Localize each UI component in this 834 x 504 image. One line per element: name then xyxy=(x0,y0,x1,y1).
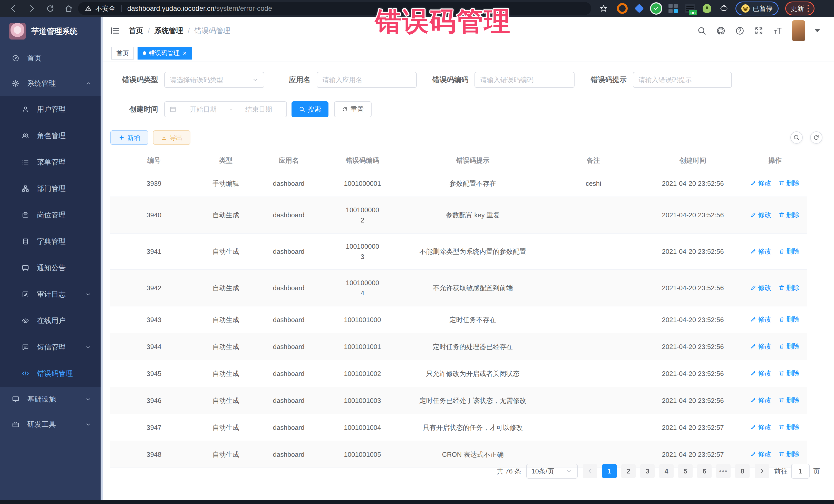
sidebar-item-首页[interactable]: 首页 xyxy=(0,46,101,71)
page-size-select[interactable]: 10条/页 xyxy=(526,464,578,479)
edit-link[interactable]: 修改 xyxy=(750,395,771,405)
edit-link[interactable]: 修改 xyxy=(750,368,771,378)
table-row: 3940自动生成dashboard1001000002参数配置 key 重复20… xyxy=(110,197,807,233)
edit-link[interactable]: 修改 xyxy=(750,283,771,293)
sidebar-scrollbar[interactable] xyxy=(101,17,103,500)
tab-首页[interactable]: 首页 xyxy=(111,47,134,60)
page-button-1[interactable]: 1 xyxy=(602,464,617,478)
extension-icon[interactable] xyxy=(702,3,712,14)
delete-link[interactable]: 删除 xyxy=(778,422,799,432)
page-button-4[interactable]: 4 xyxy=(659,464,674,478)
app-name-input[interactable] xyxy=(317,72,417,88)
edit-link[interactable]: 修改 xyxy=(750,210,771,220)
delete-link[interactable]: 删除 xyxy=(778,449,799,459)
edit-link[interactable]: 修改 xyxy=(750,246,771,256)
cell-type: 自动生成 xyxy=(198,414,254,441)
breadcrumb-item[interactable]: 首页 xyxy=(129,26,143,36)
close-icon[interactable]: × xyxy=(183,50,186,57)
reset-button[interactable]: 重置 xyxy=(334,101,372,117)
delete-icon xyxy=(778,424,785,430)
sidebar-item-岗位管理[interactable]: 岗位管理 xyxy=(0,202,101,228)
delete-link[interactable]: 删除 xyxy=(778,210,799,220)
sidebar-item-基础设施[interactable]: 基础设施 xyxy=(0,387,101,412)
more-pages-button[interactable]: ••• xyxy=(716,464,730,478)
error-code-input[interactable] xyxy=(475,72,575,88)
cell-remark xyxy=(544,197,643,233)
delete-link[interactable]: 删除 xyxy=(778,314,799,324)
search-icon[interactable] xyxy=(697,26,706,36)
cell-app: dashboard xyxy=(254,170,323,197)
search-button[interactable]: 搜索 xyxy=(291,101,328,117)
extension-icon[interactable]: on xyxy=(685,3,696,14)
toggle-search-button[interactable] xyxy=(790,131,803,144)
forward-icon[interactable] xyxy=(27,4,37,13)
bookmark-star-icon[interactable] xyxy=(599,4,608,13)
extension-icon[interactable] xyxy=(617,3,628,14)
puzzle-icon[interactable] xyxy=(719,3,729,14)
delete-link[interactable]: 删除 xyxy=(778,178,799,188)
github-icon[interactable] xyxy=(716,26,725,36)
delete-icon xyxy=(778,248,785,254)
date-range-picker[interactable]: 开始日期 - 结束日期 xyxy=(164,101,287,117)
sidebar-item-审计日志[interactable]: 审计日志 xyxy=(0,281,101,307)
add-button[interactable]: 新增 xyxy=(110,130,148,145)
browser-update-button[interactable]: 更新 xyxy=(785,2,814,15)
delete-icon xyxy=(778,285,785,291)
sidebar-item-错误码管理[interactable]: 错误码管理 xyxy=(0,360,101,387)
export-button[interactable]: 导出 xyxy=(153,130,191,145)
help-icon[interactable] xyxy=(735,26,744,36)
page-button-6[interactable]: 6 xyxy=(697,464,711,478)
back-icon[interactable] xyxy=(9,4,18,13)
address-bar[interactable]: 不安全 dashboard.yudao.iocoder.cn/system/er… xyxy=(78,2,591,15)
prev-page-button[interactable] xyxy=(583,464,597,478)
sidebar-item-研发工具[interactable]: 研发工具 xyxy=(0,412,101,437)
page-button-5[interactable]: 5 xyxy=(678,464,693,478)
sidebar-item-在线用户[interactable]: 在线用户 xyxy=(0,307,101,334)
hamburger-icon[interactable] xyxy=(110,26,120,36)
breadcrumb-item[interactable]: 系统管理 xyxy=(154,26,183,36)
delete-link[interactable]: 删除 xyxy=(778,283,799,293)
page-button-8[interactable]: 8 xyxy=(735,464,750,478)
extension-icon[interactable] xyxy=(634,3,644,14)
sidebar-item-部门管理[interactable]: 部门管理 xyxy=(0,175,101,202)
font-size-icon[interactable] xyxy=(773,26,783,36)
sidebar-item-用户管理[interactable]: 用户管理 xyxy=(0,96,101,123)
page-button-3[interactable]: 3 xyxy=(640,464,655,478)
goto-page-input[interactable] xyxy=(791,464,810,479)
avatar[interactable] xyxy=(792,20,805,41)
edit-link[interactable]: 修改 xyxy=(750,422,771,432)
edit-link[interactable]: 修改 xyxy=(750,449,771,459)
delete-link[interactable]: 删除 xyxy=(778,395,799,405)
home-icon[interactable] xyxy=(64,4,73,13)
chevron-down-icon xyxy=(85,421,91,428)
dev-tools-icon xyxy=(12,421,20,428)
next-page-button[interactable] xyxy=(755,464,769,478)
extension-icon[interactable] xyxy=(668,3,679,14)
page-button-2[interactable]: 2 xyxy=(621,464,636,478)
sidebar-item-系统管理[interactable]: 系统管理 xyxy=(0,71,101,96)
extension-icon[interactable] xyxy=(651,3,662,14)
app-title: 芋道管理系统 xyxy=(31,26,78,37)
sidebar-item-角色管理[interactable]: 角色管理 xyxy=(0,123,101,149)
refresh-table-button[interactable] xyxy=(810,131,822,144)
paused-extension-badge[interactable]: 已暂停 xyxy=(736,2,778,15)
sidebar-item-label: 角色管理 xyxy=(37,131,66,140)
chevron-down-icon[interactable] xyxy=(815,29,820,32)
edit-link[interactable]: 修改 xyxy=(750,178,771,188)
error-hint-input[interactable] xyxy=(633,72,732,88)
sidebar-item-字典管理[interactable]: 字典管理 xyxy=(0,228,101,255)
delete-link[interactable]: 删除 xyxy=(778,368,799,378)
delete-link[interactable]: 删除 xyxy=(778,246,799,256)
reload-icon[interactable] xyxy=(46,4,55,13)
tab-错误码管理[interactable]: 错误码管理× xyxy=(137,47,192,60)
sidebar-item-短信管理[interactable]: 短信管理 xyxy=(0,334,101,360)
sidebar-item-通知公告[interactable]: 通知公告 xyxy=(0,255,101,281)
fullscreen-icon[interactable] xyxy=(754,26,764,36)
sidebar-item-菜单管理[interactable]: 菜单管理 xyxy=(0,149,101,175)
error-type-select[interactable]: 请选择错误码类型 xyxy=(164,72,264,88)
kebab-menu-icon[interactable] xyxy=(808,5,809,12)
delete-link[interactable]: 删除 xyxy=(778,341,799,351)
app-logo-row[interactable]: 芋道管理系统 xyxy=(0,17,101,46)
edit-link[interactable]: 修改 xyxy=(750,341,771,351)
edit-link[interactable]: 修改 xyxy=(750,314,771,324)
